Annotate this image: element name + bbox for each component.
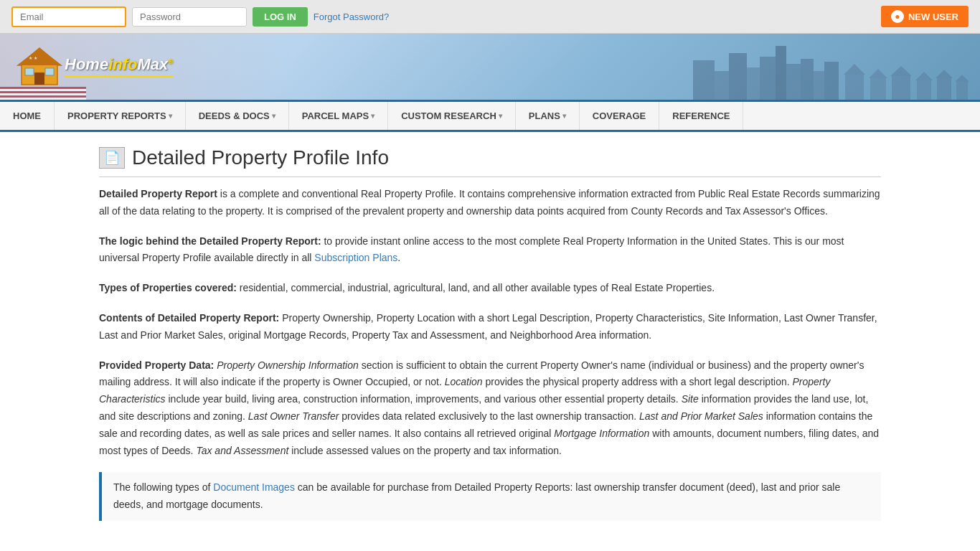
- p5-text-p: include assessed values on the property …: [288, 445, 562, 456]
- dropdown-arrow: ▾: [562, 112, 566, 120]
- p5-text-f: include year build, living area, constru…: [166, 393, 682, 405]
- main-nav: HOME PROPERTY REPORTS ▾ DEEDS & DOCS ▾ P…: [0, 102, 980, 132]
- blockquote-text-before: The following types of: [113, 481, 213, 493]
- subscription-plans-link[interactable]: Subscription Plans: [314, 252, 397, 263]
- svg-rect-6: [693, 60, 715, 100]
- p5-text-d: provides the physical property address w…: [483, 376, 793, 387]
- content-area: 📄 Detailed Property Profile Info Detaile…: [85, 146, 895, 521]
- svg-marker-26: [955, 75, 969, 82]
- p1-bold: Detailed Property Report: [99, 188, 217, 199]
- paragraph-5: Provided Property Data: Property Ownersh…: [99, 357, 881, 460]
- paragraph-1: Detailed Property Report is a complete a…: [99, 186, 881, 220]
- nav-reference[interactable]: REFERENCE: [659, 102, 743, 130]
- p5-italic-1: Property Ownership Information: [214, 359, 359, 371]
- svg-rect-14: [814, 71, 824, 100]
- login-button[interactable]: LOG IN: [253, 7, 308, 27]
- svg-marker-22: [915, 72, 933, 80]
- p2-text-after: .: [397, 252, 400, 263]
- dropdown-arrow: ▾: [371, 112, 374, 120]
- svg-rect-2: [34, 72, 44, 85]
- dropdown-arrow: ▾: [272, 112, 275, 120]
- nav-property-reports[interactable]: PROPERTY REPORTS ▾: [55, 102, 186, 130]
- new-user-button[interactable]: ● NEW USER: [881, 6, 969, 27]
- svg-marker-1: [18, 47, 61, 65]
- p3-bold: Types of Properties covered:: [99, 282, 237, 293]
- dropdown-arrow: ▾: [499, 112, 502, 120]
- paragraph-2: The logic behind the Detailed Property R…: [99, 233, 881, 268]
- p5-italic-5: Last Owner Transfer: [248, 410, 339, 422]
- dropdown-arrow: ▾: [169, 112, 172, 120]
- svg-rect-21: [892, 76, 910, 100]
- site-banner: ★ ★ HomeinfoMax®: [0, 34, 980, 102]
- svg-rect-25: [937, 78, 951, 100]
- svg-rect-27: [956, 82, 968, 100]
- p5-italic-8: Tax and Assessment: [196, 445, 288, 456]
- forgot-password-link[interactable]: Forgot Password?: [314, 11, 390, 22]
- p2-bold: The logic behind the Detailed Property R…: [99, 235, 321, 247]
- p5-bold: Provided Property Data:: [99, 359, 214, 371]
- svg-marker-18: [869, 69, 887, 78]
- page-icon: 📄: [99, 147, 125, 169]
- login-bar: LOG IN Forgot Password? ● NEW USER: [0, 0, 980, 34]
- svg-marker-24: [936, 70, 953, 78]
- svg-rect-11: [776, 46, 786, 100]
- svg-rect-10: [760, 57, 776, 100]
- site-logo[interactable]: ★ ★ HomeinfoMax®: [14, 45, 173, 88]
- svg-rect-17: [845, 75, 864, 100]
- document-images-link[interactable]: Document Images: [213, 481, 295, 493]
- paragraph-4: Contents of Detailed Property Report: Pr…: [99, 310, 881, 344]
- p5-italic-6: Last and Prior Market Sales: [639, 410, 763, 422]
- svg-rect-13: [801, 59, 814, 100]
- content-body: Detailed Property Report is a complete a…: [99, 186, 881, 521]
- page-title: Detailed Property Profile Info: [132, 146, 389, 169]
- svg-rect-23: [917, 80, 931, 100]
- email-input[interactable]: [11, 6, 126, 27]
- user-icon: ●: [891, 10, 904, 23]
- svg-rect-12: [786, 64, 801, 100]
- p4-bold: Contents of Detailed Property Report:: [99, 312, 279, 324]
- svg-rect-19: [870, 78, 886, 100]
- paragraph-3: Types of Properties covered: residential…: [99, 280, 881, 297]
- p5-italic-7: Mortgage Information: [554, 428, 649, 439]
- nav-coverage[interactable]: COVERAGE: [580, 102, 659, 130]
- p3-text: residential, commercial, industrial, agr…: [237, 282, 715, 293]
- nav-deeds-docs[interactable]: DEEDS & DOCS ▾: [186, 102, 289, 130]
- blockquote-section: The following types of Document Images c…: [99, 472, 881, 521]
- svg-rect-8: [729, 53, 747, 100]
- p5-italic-4: Site: [682, 393, 699, 405]
- svg-rect-3: [25, 68, 34, 75]
- blockquote-text: The following types of Document Images c…: [113, 479, 870, 514]
- svg-rect-9: [747, 67, 760, 100]
- page-header: 📄 Detailed Property Profile Info: [99, 146, 881, 177]
- svg-rect-15: [824, 62, 839, 100]
- svg-marker-20: [890, 66, 912, 76]
- svg-text:★ ★: ★ ★: [29, 56, 37, 60]
- nav-home[interactable]: HOME: [0, 102, 55, 130]
- p5-text-j: provides data related exclusively to the…: [339, 410, 639, 422]
- nav-plans[interactable]: PLANS ▾: [516, 102, 580, 130]
- svg-rect-4: [45, 68, 54, 75]
- nav-parcel-maps[interactable]: PARCEL MAPS ▾: [289, 102, 388, 130]
- svg-rect-7: [715, 71, 729, 100]
- nav-custom-research[interactable]: CUSTOM RESEARCH ▾: [388, 102, 516, 130]
- svg-marker-16: [844, 64, 865, 75]
- password-input[interactable]: [132, 7, 247, 27]
- p5-italic-2: Location: [445, 376, 483, 387]
